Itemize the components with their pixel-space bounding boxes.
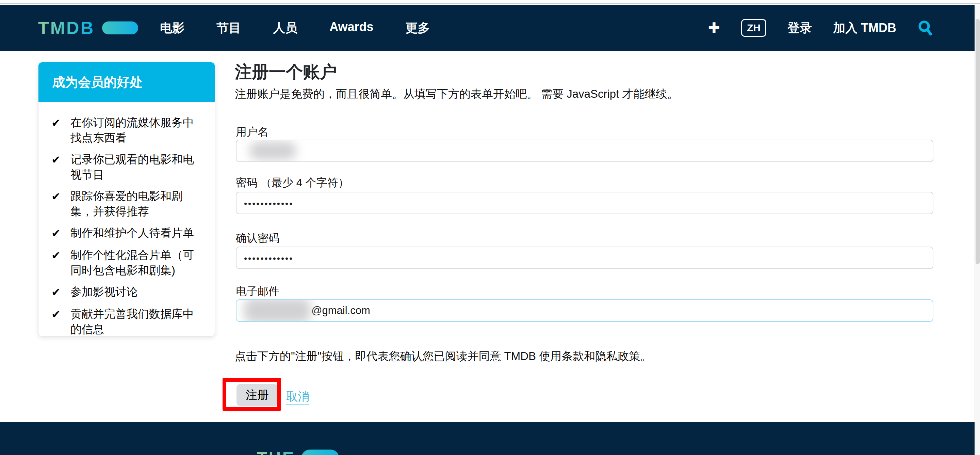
email-label: 电子邮件 xyxy=(236,284,279,299)
benefits-list: ✔ 在你订阅的流媒体服务中找点东西看 ✔ 记录你已观看的电影和电视节目 ✔ 跟踪… xyxy=(38,102,215,337)
signup-button[interactable]: 注册 xyxy=(237,384,278,406)
benefit-text: 跟踪你喜爱的电影和剧集，并获得推荐 xyxy=(70,188,203,219)
list-item: ✔ 制作和维护个人待看片单 xyxy=(51,225,203,241)
benefit-text: 贡献并完善我们数据库中的信息 xyxy=(70,306,203,337)
main-navbar: TMDB 电影 节目 人员 Awards 更多 ✚ ZH 登录 加入 TMDB xyxy=(0,5,975,51)
tmdb-logo[interactable]: TMDB xyxy=(38,19,138,37)
nav-item-movies[interactable]: 电影 xyxy=(160,20,185,37)
footer-tmdb-logo: THE xyxy=(257,450,339,455)
check-icon: ✔ xyxy=(51,247,63,278)
list-item: ✔ 在你订阅的流媒体服务中找点东西看 xyxy=(51,115,203,145)
benefits-card: 成为会员的好处 ✔ 在你订阅的流媒体服务中找点东西看 ✔ 记录你已观看的电影和电… xyxy=(38,62,215,337)
login-link[interactable]: 登录 xyxy=(788,20,812,37)
benefit-text: 参加影视讨论 xyxy=(70,284,138,300)
vertical-scrollbar[interactable] xyxy=(975,5,980,455)
tmdb-logo-pill xyxy=(102,21,138,34)
check-icon: ✔ xyxy=(51,152,63,182)
check-icon: ✔ xyxy=(51,188,63,219)
tmdb-logo-text: TMDB xyxy=(38,19,95,37)
password-masked-value: •••••••••••• xyxy=(244,197,293,209)
confirm-password-label: 确认密码 xyxy=(236,231,279,246)
nav-item-people[interactable]: 人员 xyxy=(273,20,298,37)
email-field[interactable]: @gmail.com xyxy=(236,299,933,322)
add-new-icon[interactable]: ✚ xyxy=(708,21,720,35)
page-title: 注册一个账户 xyxy=(235,61,337,83)
username-label: 用户名 xyxy=(236,125,269,140)
cancel-link[interactable]: 取消 xyxy=(286,389,309,405)
redacted-username-value xyxy=(250,142,296,160)
nav-item-awards[interactable]: Awards xyxy=(329,20,373,37)
check-icon: ✔ xyxy=(51,115,63,145)
benefits-card-header: 成为会员的好处 xyxy=(38,62,215,102)
benefit-text: 在你订阅的流媒体服务中找点东西看 xyxy=(70,115,203,145)
browser-top-edge xyxy=(0,0,980,4)
password-label: 密码 （最少 4 个字符） xyxy=(236,176,349,190)
benefit-text: 记录你已观看的电影和电视节目 xyxy=(70,152,203,182)
navbar-right: ✚ ZH 登录 加入 TMDB xyxy=(708,19,934,37)
benefit-text: 制作个性化混合片单（可同时包含电影和剧集) xyxy=(70,247,203,278)
nav-item-tv[interactable]: 节目 xyxy=(216,20,241,37)
nav-item-more[interactable]: 更多 xyxy=(406,20,430,37)
list-item: ✔ 跟踪你喜爱的电影和剧集，并获得推荐 xyxy=(51,188,203,219)
redacted-email-local-part xyxy=(244,299,311,322)
check-icon: ✔ xyxy=(51,284,63,300)
list-item: ✔ 制作个性化混合片单（可同时包含电影和剧集) xyxy=(51,247,203,278)
join-tmdb-link[interactable]: 加入 TMDB xyxy=(833,20,896,37)
footer-logo-pill xyxy=(301,450,339,455)
username-field[interactable] xyxy=(236,140,933,162)
list-item: ✔ 记录你已观看的电影和电视节目 xyxy=(51,152,203,182)
check-icon: ✔ xyxy=(51,306,63,337)
footer-logo-text: THE xyxy=(257,450,295,455)
nav-menu: 电影 节目 人员 Awards 更多 xyxy=(160,20,430,37)
submit-area: 注册 xyxy=(223,378,281,411)
benefits-title: 成为会员的好处 xyxy=(52,73,143,91)
benefit-text: 制作和维护个人待看片单 xyxy=(70,225,194,241)
password-field[interactable]: •••••••••••• xyxy=(236,192,933,214)
confirm-password-masked-value: •••••••••••• xyxy=(244,252,293,264)
email-domain-text: @gmail.com xyxy=(311,305,370,317)
page-subtitle: 注册账户是免费的，而且很简单。从填写下方的表单开始吧。 需要 JavaScrip… xyxy=(235,86,679,102)
list-item: ✔ 参加影视讨论 xyxy=(51,284,203,300)
search-icon[interactable] xyxy=(917,20,934,36)
terms-notice: 点击下方的"注册"按钮，即代表您确认您已阅读并同意 TMDB 使用条款和隐私政策… xyxy=(235,349,651,364)
confirm-password-field[interactable]: •••••••••••• xyxy=(236,247,933,269)
check-icon: ✔ xyxy=(51,225,63,241)
list-item: ✔ 贡献并完善我们数据库中的信息 xyxy=(51,306,203,337)
language-badge[interactable]: ZH xyxy=(741,19,766,37)
site-footer: THE xyxy=(0,422,975,455)
scrollbar-thumb[interactable] xyxy=(975,19,980,264)
tmdb-signup-page: TMDB 电影 节目 人员 Awards 更多 ✚ ZH 登录 加入 TMDB … xyxy=(0,0,980,455)
